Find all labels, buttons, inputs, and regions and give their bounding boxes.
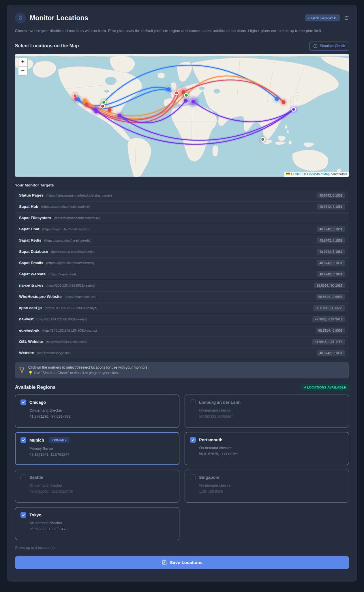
map-marker-california-red[interactable] [85,103,89,107]
map-marker-portsmouth-red-ring[interactable] [175,91,179,95]
region-checkbox-limburg-an-der-lahn[interactable] [190,399,196,405]
target-url: (https://sapat.chat/healthz/disk) [54,216,100,220]
target-row: Sapat Redis(https://sapat.chat/healthz/r… [15,235,349,246]
map-marker-tokyo-purple-ring[interactable] [292,107,296,111]
target-name: Sapat Redis [19,238,41,242]
target-name: Sapat Emails [19,261,43,265]
zoom-in-button[interactable]: + [18,58,27,66]
region-card-portsmouth[interactable]: PortsmouthOn-demand checker50.8197675, -… [185,432,349,465]
target-coordinates-badge: 48.9742, 8.1851 [317,238,345,243]
description: Choose where your distributed monitors w… [15,28,349,34]
region-name: Portsmouth [199,438,222,442]
refresh-icon[interactable] [344,16,349,20]
openstreetmap-link[interactable]: OpenStreetMap [307,172,330,176]
region-coordinates: 48.1371541, 11.5761247 [29,453,174,457]
save-locations-label: Save Locations [170,560,203,565]
target-row: Sapat Emails(https://sapat.chat/healthz/… [15,257,349,268]
target-url: (https://sapat.chat/healthz/admin) [41,205,90,208]
target-coordinates-badge: 48.9742, 8.1851 [317,260,345,266]
region-coordinates: 47.6062095, -122.3320708 [29,490,174,494]
zoom-out-button[interactable]: − [18,66,27,75]
region-type: On-demand checker [29,521,174,525]
region-type: On-demand checker [199,483,344,488]
target-coordinates-badge: 48.9742, 8.1851 [317,249,345,255]
map-marker-singapore-gray-ring[interactable] [261,137,265,141]
panel-header: Monitor Locations PLAN: GROWTH [15,12,349,23]
target-row: apac-east-jp(http://103.125.216.51:8081/… [15,302,349,313]
target-coordinates-badge: 48.9742, 8.1851 [317,193,345,198]
target-coordinates-badge: 48.9742, 8.1851 [317,226,345,232]
leaflet-link[interactable]: Leaflet [291,172,301,176]
target-name: na-west [19,317,33,321]
map-marker-balkans-purple-glow[interactable] [192,100,195,103]
region-coordinates: 1.29, 103.8503 [199,490,344,494]
target-url: (https://openstartuplist.com) [46,340,87,343]
target-name: na-central-us [19,283,44,287]
map-marker-texas-red[interactable] [108,108,112,112]
map-marker-korea-red[interactable] [282,100,286,104]
region-name: Tokyo [29,513,42,517]
monitor-targets-list: Status Pages(https://statuspage.me/healt… [15,190,349,358]
tip-line-2: 💡 Use "Simulate Check" to visualize ping… [28,371,149,375]
region-card-singapore[interactable]: SingaporeOn-demand checker1.29, 103.8503 [185,470,349,503]
target-coordinates-badge: 50.8514, -0.9903 [316,328,345,333]
simulate-check-button[interactable]: Simulate Check [309,42,349,51]
target-row: Status Pages(https://statuspage.me/healt… [15,190,349,201]
region-checkbox-tokyo[interactable] [20,512,26,518]
map-marker-gulf-purple[interactable] [118,113,121,117]
target-row: Sapat Filesystem(https://sapat.chat/heal… [15,212,349,223]
selection-limit-note: Select up to 4 location(s). [15,546,349,550]
map-marker-alps-purple[interactable] [184,99,188,102]
attribution-contributors: contributors [331,172,347,176]
target-row: na-central-us(http://209.126.0.56:8081/r… [15,280,349,291]
play-circle-icon [313,44,318,48]
region-checkbox-munich[interactable] [20,437,26,443]
region-card-limburg-an-der-lahn[interactable]: Limburg an der LahnOn-demand checker50.3… [185,395,349,427]
map-canvas[interactable] [15,54,349,177]
region-name: Munich [29,438,44,442]
target-url: (https://sapat.chat/healthz/email) [46,261,94,265]
region-card-munich[interactable]: MunichPRIMARYPrimary Server48.1371541, 1… [15,432,179,465]
region-checkbox-chicago[interactable] [20,399,26,405]
target-url: (https://sapat.chat) [48,272,76,276]
target-row: OSL Website(https://openstartuplist.com)… [15,336,349,347]
target-row: Sapat Chat(https://sapat.chat/healthz/ch… [15,224,349,234]
target-coordinates-badge: 48.9742, 8.1851 [317,271,345,277]
map-marker-mountain-purple-b[interactable] [95,109,98,113]
region-coordinates: 41.8781136, -87.6297982 [29,414,174,419]
targets-heading: Your Monitor Targets [15,183,349,187]
save-locations-button[interactable]: Save Locations [15,556,349,569]
region-checkbox-portsmouth[interactable] [190,437,196,443]
target-name: Sapat Filesystem [19,216,51,220]
map-marker-seattle-blue[interactable] [76,97,80,101]
target-name: Website [19,351,34,355]
map-marker-uk-west-blue[interactable] [167,87,171,91]
target-row: Sapat Database(https://sapat.chat/health… [15,246,349,257]
target-coordinates-badge: 35.6761, 139.6503 [313,305,345,311]
map-marker-st-louis-red-ring[interactable] [101,104,105,108]
region-card-chicago[interactable]: ChicagoOn-demand checker41.8781136, -87.… [15,395,179,427]
region-coordinates: 35.652832, 139.839478 [29,527,174,531]
region-checkbox-singapore[interactable] [190,475,196,480]
map-marker-korea-blue[interactable] [275,97,279,101]
location-pin-icon [15,12,26,23]
target-url: (http://149.102.146.185:8081/readyz) [42,329,97,332]
target-row: Šapat Website(https://sapat.chat)48.9742… [15,269,349,279]
map-zoom-control: + − [18,57,28,76]
target-url: (https://statuspage.me) [37,351,71,355]
region-type: On-demand checker [29,408,174,412]
region-card-seattle[interactable]: SeattleOn-demand checker47.6062095, -122… [15,470,179,503]
region-type: Primary Server [29,447,174,451]
world-map[interactable]: + − Leaflet | © OpenStreetMap contributo… [15,54,349,177]
target-name: WhoHosts.pro Website [19,294,62,299]
primary-badge: PRIMARY [49,437,70,443]
target-row: Sapat Hub(https://sapat.chat/healthz/adm… [15,201,349,212]
region-name: Seattle [29,475,43,480]
map-attribution: Leaflet | © OpenStreetMap contributors [284,172,349,177]
target-coordinates-badge: 47.3066, -122.2619 [312,316,345,322]
region-type: On-demand checker [199,408,344,412]
region-card-tokyo[interactable]: TokyoOn-demand checker35.652832, 139.839… [15,507,179,540]
map-marker-munich-green-ring[interactable] [185,93,188,97]
region-checkbox-seattle[interactable] [20,475,26,480]
target-coordinates-badge: 48.9742, 8.1851 [317,204,345,210]
